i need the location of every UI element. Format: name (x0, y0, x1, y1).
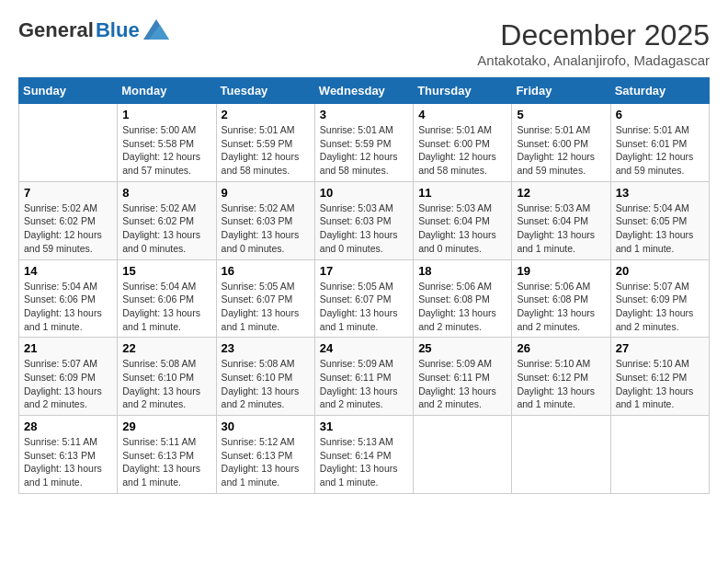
weekday-header-wednesday: Wednesday (314, 78, 413, 104)
logo-icon (143, 19, 169, 40)
weekday-header-thursday: Thursday (414, 78, 512, 104)
day-info: Sunrise: 5:07 AM Sunset: 6:09 PM Dayligh… (616, 280, 704, 334)
day-info: Sunrise: 5:11 AM Sunset: 6:13 PM Dayligh… (122, 435, 210, 489)
calendar-cell (19, 104, 118, 182)
day-info: Sunrise: 5:09 AM Sunset: 6:11 PM Dayligh… (418, 357, 506, 411)
weekday-header-saturday: Saturday (610, 78, 709, 104)
logo-general: General (18, 18, 94, 42)
day-info: Sunrise: 5:11 AM Sunset: 6:13 PM Dayligh… (24, 435, 112, 489)
day-number: 12 (517, 186, 605, 200)
weekday-header-friday: Friday (512, 78, 610, 104)
day-info: Sunrise: 5:09 AM Sunset: 6:11 PM Dayligh… (320, 357, 408, 411)
location: Antakotako, Analanjirofo, Madagascar (477, 52, 710, 68)
calendar-cell: 30Sunrise: 5:12 AM Sunset: 6:13 PM Dayli… (216, 416, 314, 494)
logo-blue: Blue (96, 18, 140, 42)
day-info: Sunrise: 5:01 AM Sunset: 6:00 PM Dayligh… (418, 123, 506, 178)
title-block: December 2025 Antakotako, Analanjirofo, … (477, 18, 710, 68)
day-number: 5 (517, 108, 605, 121)
day-info: Sunrise: 5:02 AM Sunset: 6:02 PM Dayligh… (122, 201, 210, 256)
day-number: 29 (122, 419, 210, 433)
calendar-cell: 13Sunrise: 5:04 AM Sunset: 6:05 PM Dayli… (610, 181, 709, 259)
calendar-cell: 18Sunrise: 5:06 AM Sunset: 6:08 PM Dayli… (414, 259, 512, 338)
calendar-week-4: 21Sunrise: 5:07 AM Sunset: 6:09 PM Dayli… (19, 338, 710, 416)
day-info: Sunrise: 5:03 AM Sunset: 6:03 PM Dayligh… (320, 201, 408, 256)
day-number: 4 (418, 108, 506, 121)
calendar-cell (512, 416, 610, 494)
calendar-cell: 21Sunrise: 5:07 AM Sunset: 6:09 PM Dayli… (19, 338, 118, 416)
day-number: 30 (222, 419, 310, 433)
day-number: 11 (418, 186, 506, 200)
day-number: 6 (616, 108, 704, 121)
day-info: Sunrise: 5:01 AM Sunset: 6:00 PM Dayligh… (517, 123, 605, 178)
calendar-cell: 31Sunrise: 5:13 AM Sunset: 6:14 PM Dayli… (314, 416, 413, 494)
calendar-cell: 1Sunrise: 5:00 AM Sunset: 5:58 PM Daylig… (118, 104, 216, 182)
day-number: 17 (320, 264, 408, 278)
day-number: 31 (320, 419, 408, 433)
day-number: 26 (517, 341, 605, 355)
day-info: Sunrise: 5:04 AM Sunset: 6:06 PM Dayligh… (24, 280, 112, 334)
day-number: 10 (320, 186, 408, 200)
day-info: Sunrise: 5:01 AM Sunset: 5:59 PM Dayligh… (222, 123, 310, 178)
day-info: Sunrise: 5:01 AM Sunset: 5:59 PM Dayligh… (320, 123, 408, 178)
calendar-week-3: 14Sunrise: 5:04 AM Sunset: 6:06 PM Dayli… (19, 259, 710, 338)
day-info: Sunrise: 5:00 AM Sunset: 5:58 PM Dayligh… (122, 123, 210, 178)
logo: General Blue (18, 18, 169, 42)
calendar-cell: 19Sunrise: 5:06 AM Sunset: 6:08 PM Dayli… (512, 259, 610, 338)
calendar-cell: 10Sunrise: 5:03 AM Sunset: 6:03 PM Dayli… (314, 181, 413, 259)
day-info: Sunrise: 5:02 AM Sunset: 6:02 PM Dayligh… (24, 201, 112, 256)
calendar-week-1: 1Sunrise: 5:00 AM Sunset: 5:58 PM Daylig… (19, 104, 710, 182)
calendar-cell: 3Sunrise: 5:01 AM Sunset: 5:59 PM Daylig… (314, 104, 413, 182)
calendar-cell (414, 416, 512, 494)
calendar-cell: 8Sunrise: 5:02 AM Sunset: 6:02 PM Daylig… (118, 181, 216, 259)
day-info: Sunrise: 5:06 AM Sunset: 6:08 PM Dayligh… (418, 280, 506, 334)
day-number: 22 (122, 341, 210, 355)
calendar-cell: 27Sunrise: 5:10 AM Sunset: 6:12 PM Dayli… (610, 338, 709, 416)
calendar-week-2: 7Sunrise: 5:02 AM Sunset: 6:02 PM Daylig… (19, 181, 710, 259)
calendar-cell: 15Sunrise: 5:04 AM Sunset: 6:06 PM Dayli… (118, 259, 216, 338)
day-number: 18 (418, 264, 506, 278)
day-info: Sunrise: 5:03 AM Sunset: 6:04 PM Dayligh… (418, 201, 506, 256)
calendar-cell: 17Sunrise: 5:05 AM Sunset: 6:07 PM Dayli… (314, 259, 413, 338)
day-info: Sunrise: 5:04 AM Sunset: 6:05 PM Dayligh… (616, 201, 704, 256)
weekday-header-tuesday: Tuesday (216, 78, 314, 104)
calendar-cell: 25Sunrise: 5:09 AM Sunset: 6:11 PM Dayli… (414, 338, 512, 416)
day-number: 19 (517, 264, 605, 278)
calendar-cell: 16Sunrise: 5:05 AM Sunset: 6:07 PM Dayli… (216, 259, 314, 338)
calendar-cell: 2Sunrise: 5:01 AM Sunset: 5:59 PM Daylig… (216, 104, 314, 182)
day-number: 28 (24, 419, 112, 433)
calendar-cell: 5Sunrise: 5:01 AM Sunset: 6:00 PM Daylig… (512, 104, 610, 182)
calendar-table: SundayMondayTuesdayWednesdayThursdayFrid… (18, 77, 710, 494)
weekday-header-sunday: Sunday (19, 78, 118, 104)
day-info: Sunrise: 5:08 AM Sunset: 6:10 PM Dayligh… (222, 357, 310, 411)
calendar-cell: 26Sunrise: 5:10 AM Sunset: 6:12 PM Dayli… (512, 338, 610, 416)
month-title: December 2025 (477, 18, 710, 52)
calendar-cell: 11Sunrise: 5:03 AM Sunset: 6:04 PM Dayli… (414, 181, 512, 259)
day-number: 15 (122, 264, 210, 278)
day-number: 14 (24, 264, 112, 278)
day-number: 9 (222, 186, 310, 200)
day-number: 21 (24, 341, 112, 355)
day-number: 20 (616, 264, 704, 278)
day-info: Sunrise: 5:10 AM Sunset: 6:12 PM Dayligh… (517, 357, 605, 411)
calendar-cell: 20Sunrise: 5:07 AM Sunset: 6:09 PM Dayli… (610, 259, 709, 338)
calendar-header-row: SundayMondayTuesdayWednesdayThursdayFrid… (19, 78, 710, 104)
calendar-cell: 6Sunrise: 5:01 AM Sunset: 6:01 PM Daylig… (610, 104, 709, 182)
day-info: Sunrise: 5:05 AM Sunset: 6:07 PM Dayligh… (320, 280, 408, 334)
day-number: 16 (222, 264, 310, 278)
day-info: Sunrise: 5:05 AM Sunset: 6:07 PM Dayligh… (222, 280, 310, 334)
day-info: Sunrise: 5:07 AM Sunset: 6:09 PM Dayligh… (24, 357, 112, 411)
day-info: Sunrise: 5:03 AM Sunset: 6:04 PM Dayligh… (517, 201, 605, 256)
calendar-cell: 28Sunrise: 5:11 AM Sunset: 6:13 PM Dayli… (19, 416, 118, 494)
day-number: 13 (616, 186, 704, 200)
calendar-cell: 23Sunrise: 5:08 AM Sunset: 6:10 PM Dayli… (216, 338, 314, 416)
day-info: Sunrise: 5:01 AM Sunset: 6:01 PM Dayligh… (616, 123, 704, 178)
calendar-cell: 22Sunrise: 5:08 AM Sunset: 6:10 PM Dayli… (118, 338, 216, 416)
day-info: Sunrise: 5:06 AM Sunset: 6:08 PM Dayligh… (517, 280, 605, 334)
day-number: 27 (616, 341, 704, 355)
calendar-cell: 4Sunrise: 5:01 AM Sunset: 6:00 PM Daylig… (414, 104, 512, 182)
day-number: 8 (122, 186, 210, 200)
calendar-week-5: 28Sunrise: 5:11 AM Sunset: 6:13 PM Dayli… (19, 416, 710, 494)
day-info: Sunrise: 5:04 AM Sunset: 6:06 PM Dayligh… (122, 280, 210, 334)
day-number: 1 (122, 108, 210, 121)
calendar-cell: 29Sunrise: 5:11 AM Sunset: 6:13 PM Dayli… (118, 416, 216, 494)
